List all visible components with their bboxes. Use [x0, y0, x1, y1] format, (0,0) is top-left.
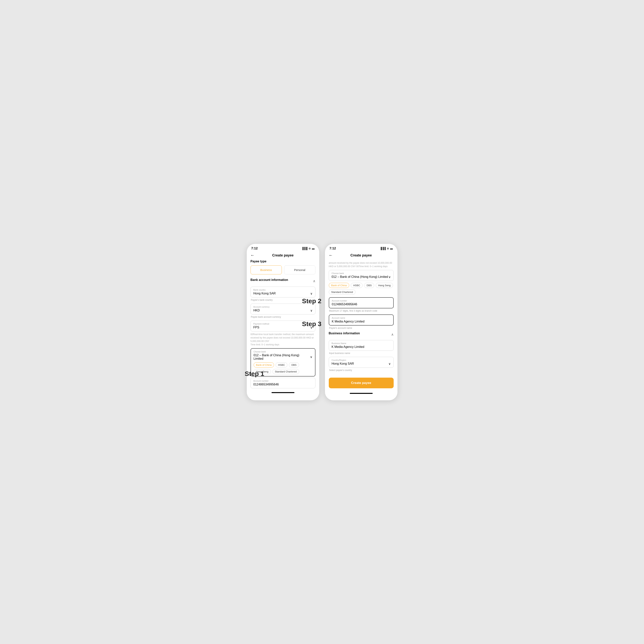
- left-bank-info-chevron[interactable]: ∧: [313, 279, 315, 283]
- right-country-region-value: Hong Kong SAR: [332, 362, 354, 365]
- left-chip-dbs[interactable]: DBS: [289, 362, 299, 368]
- left-payment-info: 00Real-time local bank transfer method, …: [251, 333, 315, 346]
- left-home-indicator: [272, 392, 294, 393]
- right-choose-bank-value: 012 – Bank of China (Hong Kong) Limited: [332, 275, 388, 279]
- right-country-region-hint: Select payee's country: [329, 369, 394, 372]
- left-bank-country-chevron: ∨: [310, 292, 313, 295]
- right-choose-bank-label: Choose bank: [332, 272, 391, 274]
- left-status-time: 7:12: [251, 247, 258, 250]
- right-back-button[interactable]: ←: [329, 253, 333, 258]
- right-scroll-content: Choose bank 012 – Bank of China (Hong Ko…: [325, 268, 397, 390]
- right-chip-dbs[interactable]: DBS: [364, 283, 374, 288]
- left-chip-boc[interactable]: Bank of China: [254, 362, 274, 368]
- left-payee-type-row: Business Personal: [251, 265, 315, 274]
- right-country-region-label: Country/Region: [332, 359, 391, 361]
- right-account-name-label: Account name: [332, 317, 391, 319]
- left-account-currency-field[interactable]: Account currency HKD ∨: [251, 304, 315, 314]
- right-account-name-value: K Media Agency Limited: [332, 320, 365, 323]
- left-back-button[interactable]: ←: [251, 253, 255, 258]
- main-container: 7:12 ▐▐▐ ⊛ ▬ ← Create payee Payee type: [247, 244, 397, 400]
- left-bank-country-value: Hong Kong SAR: [253, 292, 276, 295]
- right-wifi-icon: ⊛: [387, 247, 389, 250]
- step1-label: Step 1: [245, 370, 264, 377]
- left-payee-type-title: Payee type: [251, 260, 315, 263]
- right-truncated-text: amount received by the payee does not ex…: [329, 262, 392, 268]
- right-account-name-field[interactable]: Account name K Media Agency Limited: [329, 314, 394, 326]
- right-account-number-field[interactable]: Account number 012486534995646: [329, 297, 394, 308]
- right-signal-icon: ▐▐▐: [380, 247, 386, 250]
- left-choose-bank-value: 012 – Bank of China (Hong Kong) Limited: [254, 354, 310, 360]
- left-account-currency-chevron: ∨: [310, 309, 313, 312]
- left-account-number-field[interactable]: Account number 012486534995646: [251, 378, 315, 388]
- left-chip-sc[interactable]: Standard Chartered: [272, 369, 299, 374]
- personal-type-button[interactable]: Personal: [284, 265, 315, 274]
- left-chip-hsbc[interactable]: HSBC: [276, 362, 287, 368]
- right-status-bar: 7:12 ▐▐▐ ⊛ ▬: [325, 244, 397, 252]
- right-status-time: 7:12: [330, 247, 336, 250]
- right-bank-chips: Bank of China HSBC DBS Hang Seng Standar…: [329, 283, 394, 295]
- right-status-icons: ▐▐▐ ⊛ ▬: [380, 247, 393, 250]
- left-status-icons: ▐▐▐ ⊛ ▬: [302, 247, 315, 250]
- business-type-button[interactable]: Business: [251, 265, 282, 274]
- left-nav-bar: ← Create payee: [247, 252, 319, 260]
- left-bank-country-label: Bank country: [253, 289, 313, 291]
- right-battery-icon: ▬: [390, 247, 393, 250]
- battery-icon: ▬: [312, 247, 315, 250]
- right-business-name-field[interactable]: Business Name K Media Agency Limited: [329, 340, 394, 351]
- left-account-currency-hint: Payee bank account currency: [251, 316, 315, 318]
- right-business-info-title: Business information: [329, 332, 360, 335]
- right-account-name-hint: Payee's account name: [329, 327, 394, 329]
- right-account-number-hint: Maximum 17 digits, first 3 digits as bra…: [329, 310, 394, 312]
- right-chip-sc[interactable]: Standard Chartered: [329, 289, 355, 295]
- right-business-info-header: Business information ∧: [329, 332, 394, 337]
- right-country-region-chevron: ∨: [388, 362, 391, 366]
- right-country-region-field[interactable]: Country/Region Hong Kong SAR ∨: [329, 357, 394, 368]
- right-home-indicator: [350, 393, 373, 394]
- left-account-number-value: 012486534995646: [253, 383, 279, 386]
- right-account-number-label: Account number: [332, 300, 391, 302]
- right-truncated-info: amount received by the payee does not ex…: [325, 260, 397, 268]
- right-business-name-label: Business Name: [332, 342, 391, 344]
- signal-icon: ▐▐▐: [302, 247, 307, 250]
- right-phone: 7:12 ▐▐▐ ⊛ ▬ ← Create payee amount recei…: [325, 244, 397, 400]
- right-nav-bar: ← Create payee: [325, 252, 397, 260]
- right-chip-hangseng[interactable]: Hang Seng: [376, 283, 393, 288]
- right-business-info-chevron[interactable]: ∧: [391, 332, 394, 337]
- right-chip-hsbc[interactable]: HSBC: [351, 283, 363, 288]
- left-account-currency-label: Account currency: [253, 306, 313, 308]
- right-business-name-hint: Input business name: [329, 352, 394, 355]
- create-payee-button[interactable]: Create payee: [329, 378, 394, 388]
- left-payment-method-value: FPS: [253, 326, 259, 329]
- right-chip-boc[interactable]: Bank of China: [329, 283, 349, 288]
- left-bank-country-field[interactable]: Bank country Hong Kong SAR ∨: [251, 287, 315, 297]
- wifi-icon: ⊛: [309, 247, 311, 250]
- right-choose-bank-field[interactable]: Choose bank 012 – Bank of China (Hong Ko…: [329, 270, 394, 281]
- left-nav-title: Create payee: [272, 253, 293, 257]
- step2-label: Step 2: [302, 297, 322, 305]
- right-business-name-value: K Media Agency Limited: [332, 345, 364, 348]
- step3-label: Step 3: [302, 320, 322, 328]
- right-account-number-value: 012486534995646: [332, 303, 357, 306]
- left-account-currency-value: HKD: [253, 309, 260, 312]
- left-account-number-label: Account number: [253, 380, 313, 382]
- right-phone-wrapper: 7:12 ▐▐▐ ⊛ ▬ ← Create payee amount recei…: [325, 244, 397, 400]
- left-choose-bank-label: Choose bank: [254, 351, 312, 353]
- left-status-bar: 7:12 ▐▐▐ ⊛ ▬: [247, 244, 319, 252]
- right-choose-bank-chevron: ∨: [388, 275, 391, 279]
- right-nav-title: Create payee: [350, 253, 372, 257]
- left-choose-bank-chevron: ∨: [310, 355, 312, 359]
- left-bank-info-title: Bank account information: [251, 278, 288, 282]
- left-bank-info-header: Bank account information ∧: [251, 278, 315, 284]
